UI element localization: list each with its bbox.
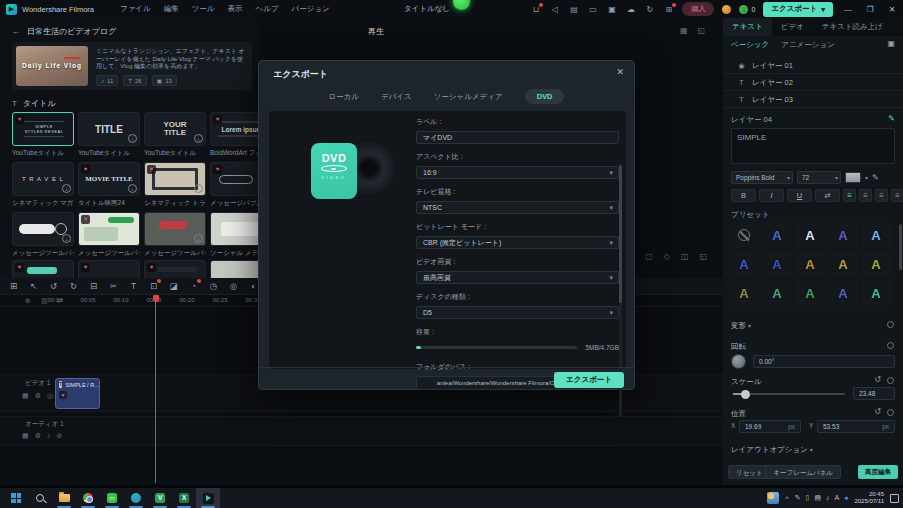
template-thumbnail[interactable] [210, 260, 258, 278]
preset-scrollbar[interactable] [899, 224, 902, 270]
template-thumbnail[interactable]: ♥↓ [144, 162, 206, 196]
template-tile[interactable]: ♥メッセージバブル Vol 0... [210, 162, 258, 208]
favorite-icon[interactable]: ♥ [81, 263, 90, 272]
track-settings-icon[interactable]: ⚙ [35, 392, 41, 400]
favorite-icon[interactable]: ♥ [147, 165, 156, 174]
position-y-input[interactable]: 53.53 px [817, 420, 895, 433]
color-caret-icon[interactable]: ▾ [865, 174, 868, 181]
back-icon[interactable]: ← [12, 27, 20, 36]
restore-icon[interactable]: ❐ [863, 5, 877, 14]
export-tab-ソーシャルメディア[interactable]: ソーシャルメディア [434, 92, 503, 102]
download-icon[interactable]: ↓ [128, 134, 137, 143]
export-confirm-button[interactable]: エクスポート [554, 372, 624, 388]
compare-icon[interactable]: ◫ [681, 252, 689, 261]
subtab-ベーシック[interactable]: ベーシック [731, 40, 769, 50]
motion-track-icon[interactable]: ◎ [228, 281, 239, 291]
playhead[interactable] [155, 295, 156, 483]
text-preset[interactable]: A [861, 251, 891, 277]
start-button[interactable] [4, 488, 28, 508]
favorite-icon[interactable]: ♥ [213, 115, 222, 124]
eyedropper-icon[interactable]: ✎ [872, 173, 879, 182]
chrome-app[interactable] [76, 488, 100, 508]
pen-tray-icon[interactable]: ✎ [795, 494, 801, 502]
download-icon[interactable]: ↓ [194, 184, 203, 193]
filmora-app[interactable] [196, 488, 220, 508]
tab-テキスト[interactable]: テキスト [723, 18, 772, 36]
mask-icon[interactable]: ◪ [168, 281, 179, 291]
download-icon[interactable]: ↓ [128, 184, 137, 193]
notification-center-icon[interactable] [890, 494, 899, 503]
file-explorer-app[interactable] [52, 488, 76, 508]
download-icon[interactable]: ↓ [194, 234, 203, 243]
font-size-select[interactable]: 72 [797, 171, 841, 184]
player-tab[interactable]: 再生 [368, 26, 384, 37]
timeline-clip[interactable]: T SIMPLE / R... ♥ [55, 378, 100, 409]
expand-icon[interactable]: ◱ [697, 26, 705, 35]
menu-表示[interactable]: 表示 [228, 4, 243, 14]
redo-icon[interactable]: ↻ [68, 281, 79, 291]
grid-view-icon[interactable]: ▦ [680, 26, 688, 35]
bold-button[interactable]: B [731, 189, 756, 202]
select-ビットレート モード :[interactable]: CBR (固定ビットレート) [416, 236, 619, 249]
favorite-icon[interactable]: ♥ [147, 263, 156, 272]
export-tab-デバイス[interactable]: デバイス [381, 92, 412, 102]
font-color-swatch[interactable] [845, 172, 861, 183]
text-preset[interactable]: A [795, 251, 825, 277]
snap-icon[interactable]: ⊕ [25, 297, 31, 305]
layout-options-header[interactable]: レイアウトオプション ▾ [731, 445, 813, 455]
layer-item[interactable]: Tレイヤー 02 [723, 75, 903, 91]
v-app[interactable]: V [148, 488, 172, 508]
project-menu-icon[interactable]: ◎ [438, 4, 444, 12]
template-thumbnail[interactable]: MOVIE TITLE♥↓ [78, 162, 140, 196]
template-tile[interactable]: T R A V E L↓シネマティック マガジン ポ.. [12, 162, 74, 208]
scale-slider-handle[interactable] [741, 390, 750, 399]
underline-button[interactable]: U [787, 189, 812, 202]
text-preset[interactable]: A [828, 251, 858, 277]
clock[interactable]: 20:45 2025/07/11 [854, 491, 884, 505]
close-icon[interactable]: ✕ [885, 5, 899, 14]
layer-item[interactable]: ◉レイヤー 01 [723, 58, 903, 74]
store-icon[interactable]: ⊔ [530, 5, 541, 14]
label-input[interactable]: マイDVD [416, 131, 619, 144]
export-tab-ローカル[interactable]: ローカル [329, 92, 360, 102]
save-template-icon[interactable]: ▣ [887, 39, 895, 48]
position-x-input[interactable]: 19.69 px [739, 420, 801, 433]
template-tile[interactable]: ♥メッセージツールパック タ... [78, 212, 140, 258]
font-family-select[interactable]: Poppins Bold [731, 171, 793, 184]
crop-icon[interactable]: ⊡ [148, 281, 159, 291]
scale-reset-icon[interactable]: ↺ [874, 375, 881, 384]
text-preset[interactable]: A [729, 251, 759, 277]
excel-app[interactable]: X [172, 488, 196, 508]
text-preset[interactable]: A [828, 280, 858, 306]
coin-badge-icon[interactable] [722, 5, 731, 14]
split-icon[interactable]: ✂ [108, 281, 119, 291]
speed-icon[interactable]: ◔ [188, 281, 199, 291]
track-lock-icon[interactable]: ⊘ [56, 432, 62, 440]
advanced-edit-button[interactable]: 高度編集 [858, 465, 898, 479]
template-tile[interactable]: ソーシャル メディア メッ... [210, 212, 258, 258]
undo-icon[interactable]: ↺ [48, 281, 59, 291]
select-ビデオ画質 :[interactable]: 最高画質 [416, 271, 619, 284]
template-tile[interactable]: YOUR TITLE↓YouTubeタイトル [144, 112, 206, 158]
favorite-icon[interactable]: ♥ [213, 165, 222, 174]
favorite-icon[interactable]: ♥ [15, 263, 24, 272]
position-keyframe-icon[interactable] [887, 409, 894, 416]
status-tray-icon[interactable]: ● [844, 494, 848, 502]
template-thumbnail[interactable]: Lorem ipsum♥ [210, 112, 258, 146]
transform-keyframe-icon[interactable] [887, 321, 894, 328]
template-thumbnail[interactable]: ♥ [78, 212, 140, 246]
ime-tray-icon[interactable]: A [835, 494, 840, 502]
speaker-tray-icon[interactable]: ♪ [826, 494, 830, 502]
rotate-keyframe-icon[interactable] [887, 342, 894, 349]
pack-card[interactable]: Daily Life Vlog ミニマルなトランジション、エフェクト、テキスト … [12, 42, 252, 90]
align-center-button[interactable]: ≡ [859, 189, 872, 202]
template-tile[interactable]: ♥ [12, 260, 74, 278]
text-tool-icon[interactable]: T [128, 281, 139, 291]
text-preset[interactable]: A [762, 251, 792, 277]
menu-ファイル[interactable]: ファイル [120, 4, 151, 14]
select-tool-icon[interactable]: ↖ [28, 281, 39, 291]
template-tile[interactable]: SIMPLE STYLES REVEAL♥YouTubeタイトル [12, 112, 74, 158]
text-preset[interactable]: A [828, 222, 858, 248]
template-thumbnail[interactable]: ↓ [144, 212, 206, 246]
export-tab-DVD[interactable]: DVD [525, 89, 565, 104]
